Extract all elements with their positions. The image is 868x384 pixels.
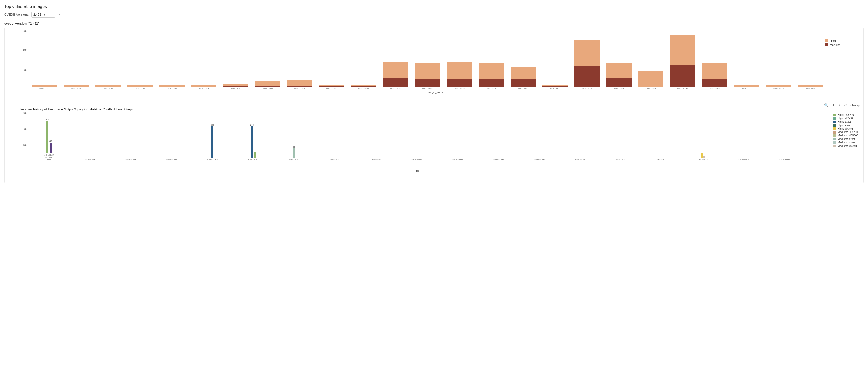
mini-bar xyxy=(701,153,703,158)
bar-label: https:...e:3.4 xyxy=(156,88,188,89)
bar-group[interactable]: https:...latest xyxy=(699,63,731,89)
bar-group[interactable]: https:...5000 xyxy=(412,63,443,89)
bar-group[interactable]: https:...e:3.4 xyxy=(156,85,188,89)
bar-medium xyxy=(383,78,408,87)
bottom-bar-group: 12:04:31 AM xyxy=(478,113,519,161)
bottom-bar-group: 60 12:04:26 AM xyxy=(274,113,314,161)
y2-tick-200: 200 xyxy=(17,127,27,130)
y-tick-400: 400 xyxy=(17,48,27,52)
bar-group[interactable]: https:...untu xyxy=(507,67,539,89)
bar-medium xyxy=(191,86,216,87)
bar-label: https:...e:3.4 xyxy=(124,88,156,89)
mini-bar xyxy=(703,155,705,158)
bar-high xyxy=(638,71,663,87)
bottom-bar-group: 12:04:32 AM xyxy=(519,113,560,161)
bottom-bar-group: 12:04:33 AM xyxy=(560,113,601,161)
page-title: Top vulnerable images xyxy=(4,4,864,9)
legend2-item: Medium: C08210 xyxy=(833,131,858,134)
chart2-legend: High: C08210High: M05000High: latestHigh… xyxy=(833,113,858,147)
chart2-title: The scan history of the image "https://q… xyxy=(18,105,805,111)
bar-medium xyxy=(479,79,504,87)
legend-high-label: High xyxy=(830,39,836,42)
bar-group[interactable]: https:...e:3.4 xyxy=(92,85,124,89)
mini-bar xyxy=(211,127,213,158)
legend2-box xyxy=(833,145,836,147)
bar-label: https:...latest xyxy=(284,88,315,89)
bar-group[interactable]: librar...local xyxy=(795,85,826,89)
bar-medium xyxy=(542,86,568,87)
time-label: 12:04:20 AMFri Oct 82021 xyxy=(43,154,54,161)
bar-group[interactable]: https:...latest xyxy=(603,63,635,89)
time-label: 12:04:32 AM xyxy=(534,159,545,161)
legend-high: High xyxy=(825,39,840,42)
bar-group[interactable]: https:...latest xyxy=(284,80,315,89)
time-label: 12:04:23 AM xyxy=(166,159,177,161)
legend2-box xyxy=(833,117,836,120)
bar-label: https:...latest xyxy=(443,88,475,89)
bar-high xyxy=(575,40,600,67)
time-label: 12:04:30 AM xyxy=(452,159,463,161)
filter-label: CVEDB Versions: xyxy=(4,13,29,16)
main-page: Top vulnerable images CVEDB Versions: 2.… xyxy=(0,0,868,188)
bar-medium xyxy=(287,86,312,87)
bar-label: https:...jdk11 xyxy=(539,88,571,89)
bar-label: librar...local xyxy=(795,88,826,89)
bar-group[interactable]: https:...e:3.4 xyxy=(124,85,156,89)
bar-group[interactable]: https:...layer xyxy=(252,81,283,89)
legend-high-box xyxy=(825,39,828,42)
bar-medium xyxy=(447,79,472,87)
time-label: 12:04:27 AM xyxy=(330,159,340,161)
time-label: 12:04:36 AM xyxy=(698,159,708,161)
bottom-bar-group: 12:04:34 AM xyxy=(601,113,642,161)
bar-high xyxy=(670,35,695,65)
bottom-bar-group: 12:04:27 AM xyxy=(315,113,355,161)
legend2-box xyxy=(833,131,836,134)
bar-high xyxy=(414,63,440,79)
bar-medium xyxy=(32,86,57,87)
chart-top-area: 200 400 600 https:...1.85 https:...e:3.4 xyxy=(4,28,864,102)
legend2-box xyxy=(833,128,836,130)
bar-label: https:...latest xyxy=(635,88,667,89)
bar-group[interactable]: https:...latest xyxy=(635,71,667,89)
bar-group[interactable]: https:...e:3.4 xyxy=(763,85,794,89)
legend-medium-box xyxy=(825,43,828,46)
bar-group[interactable]: https:...4656 xyxy=(348,85,379,89)
bar-medium xyxy=(159,86,185,87)
bar-medium xyxy=(319,86,344,87)
bar-group[interactable]: https:...1391 xyxy=(571,40,603,89)
bar-high xyxy=(479,63,504,79)
bar-group[interactable]: https:...5678 xyxy=(220,84,252,89)
bar-label: https:...e:3.4 xyxy=(60,88,92,89)
time-label: 12:04:31 AM xyxy=(493,159,504,161)
legend-medium: Medium xyxy=(825,43,840,46)
mini-bar xyxy=(293,148,295,158)
clear-filter-button[interactable]: × xyxy=(57,12,62,17)
bottom-bar-group: 12:04:22 AM xyxy=(110,113,151,161)
bar-group[interactable]: https:...latest xyxy=(443,62,475,89)
bar-group[interactable]: https:...1.85 xyxy=(28,85,60,89)
bottom-bar-group: 12:04:21 AM xyxy=(69,113,110,161)
bar-high xyxy=(223,84,248,86)
version-select[interactable]: 2.452 ▾ xyxy=(31,12,55,18)
bar-high xyxy=(287,80,312,86)
legend2-item: Medium: scale xyxy=(833,141,858,144)
bar-label: https:...latest xyxy=(603,88,635,89)
bar-group[interactable]: https:...e:3.4 xyxy=(60,85,92,89)
bar-medium xyxy=(255,86,280,87)
bar-high xyxy=(606,63,631,78)
time-label: 12:04:25 AM xyxy=(248,159,258,161)
time-label: 12:04:22 AM xyxy=(125,159,135,161)
bar-group[interactable]: https:...6:17 xyxy=(731,85,763,89)
bar-medium xyxy=(734,86,759,87)
bottom-bar-group: 12:04:36 AM xyxy=(683,113,723,161)
bar-group[interactable]: https:...scale xyxy=(475,63,507,89)
time-label: 12:04:24 AM xyxy=(207,159,218,161)
bar-group[interactable]: https:...114.8 xyxy=(316,85,347,89)
bar-group[interactable]: https:...i:1.4.2 xyxy=(667,35,699,89)
bar-group[interactable]: https:...8210 xyxy=(380,62,411,89)
bar-group[interactable]: https:...jdk11 xyxy=(539,85,571,89)
version-value: 2.452 xyxy=(33,13,43,16)
bar-group[interactable]: https:...e:3.4 xyxy=(188,85,220,89)
bar-label: https:...untu xyxy=(507,88,539,89)
bottom-bar-group: 12:04:38 AM xyxy=(764,113,805,161)
